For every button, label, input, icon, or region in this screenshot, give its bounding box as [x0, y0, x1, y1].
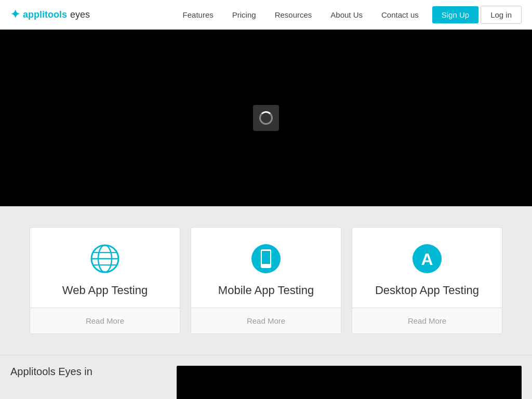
sign-up-button[interactable]: Sign Up [432, 6, 478, 23]
cards-section: Web App Testing Read More Mobile App Tes… [0, 206, 532, 355]
log-in-button[interactable]: Log in [481, 6, 522, 24]
card-desktop-read-more[interactable]: Read More [361, 316, 494, 325]
header: ✦ applitools eyes Features Pricing Resou… [0, 0, 532, 30]
card-web-read-more[interactable]: Read More [38, 316, 171, 325]
card-mobile-read-more[interactable]: Read More [200, 316, 332, 325]
nav-contact-us[interactable]: Contact us [372, 0, 428, 30]
card-desktop-body: A Desktop App Testing [352, 228, 502, 308]
card-mobile-body: Mobile App Testing [191, 228, 341, 308]
card-web-title: Web App Testing [62, 284, 148, 297]
bottom-video [177, 366, 522, 399]
card-desktop: A Desktop App Testing Read More [352, 227, 502, 334]
nav-features[interactable]: Features [174, 0, 223, 30]
card-mobile-footer: Read More [191, 308, 341, 334]
nav-resources[interactable]: Resources [265, 0, 322, 30]
appstore-icon: A [411, 243, 443, 274]
card-web-body: Web App Testing [30, 228, 180, 308]
svg-text:A: A [421, 250, 433, 269]
card-desktop-footer: Read More [352, 308, 502, 334]
svg-rect-7 [262, 251, 270, 264]
bottom-title: Applitools Eyes in [10, 366, 166, 399]
nav-about-us[interactable]: About Us [321, 0, 372, 30]
card-desktop-title: Desktop App Testing [375, 284, 479, 297]
card-web-footer: Read More [30, 308, 180, 334]
logo-icon: ✦ [10, 8, 20, 21]
svg-point-8 [265, 265, 267, 267]
mobile-icon [250, 243, 282, 274]
logo-applitools-text: applitools [23, 9, 67, 20]
card-web: Web App Testing Read More [30, 227, 180, 334]
hero-loader [253, 105, 279, 131]
hero-section [0, 30, 532, 206]
logo[interactable]: ✦ applitools eyes [10, 8, 90, 21]
globe-icon [89, 243, 121, 274]
logo-eyes-text: eyes [70, 9, 90, 20]
main-nav: Features Pricing Resources About Us Cont… [174, 0, 522, 30]
card-mobile-title: Mobile App Testing [218, 284, 314, 297]
card-mobile: Mobile App Testing Read More [191, 227, 341, 334]
nav-pricing[interactable]: Pricing [223, 0, 265, 30]
bottom-section: Applitools Eyes in [0, 355, 532, 399]
